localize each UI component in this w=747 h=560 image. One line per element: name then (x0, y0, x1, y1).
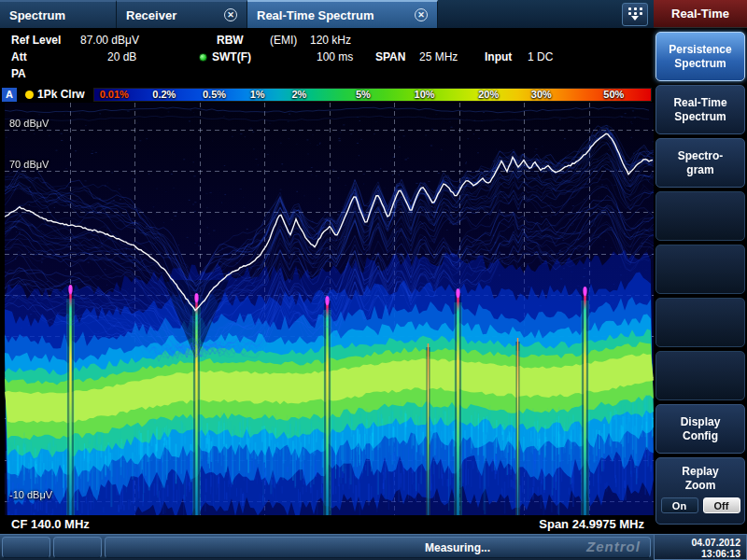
grid-dots-icon (634, 7, 637, 10)
rbw-value[interactable]: 120 kHz (310, 34, 351, 47)
rbw-label: RBW (217, 34, 244, 47)
window-a-label: A (2, 88, 17, 102)
scale-label: 50% (603, 89, 624, 100)
span-value[interactable]: 25 MHz (419, 50, 458, 63)
scale-label: 30% (531, 89, 552, 100)
softkey-blank (655, 298, 745, 347)
y-axis-label: -10 dBμV (9, 489, 52, 500)
display-grid-menu-button[interactable] (622, 3, 648, 26)
close-icon[interactable]: ✕ (224, 8, 237, 21)
ref-level-label: Ref Level (11, 34, 61, 47)
tab-label: Real-Time Spectrum (257, 8, 374, 22)
softkey-display-config[interactable]: Display Config (655, 404, 745, 454)
rbw-mode: (EMI) (270, 34, 297, 47)
softkey-replay-zoom[interactable]: Replay Zoom On Off (655, 457, 745, 525)
scale-label: 0.5% (203, 89, 226, 100)
span-label: SPAN (375, 50, 405, 63)
close-icon[interactable]: ✕ (415, 8, 428, 21)
scale-label: 10% (415, 89, 435, 100)
y-axis-label: 80 dBμV (9, 118, 49, 129)
tab-label: Spectrum (9, 8, 65, 22)
y-axis-label: 70 dBμV (9, 159, 49, 170)
frequency-bar: CF 140.0 MHz Span 24.9975 MHz (0, 515, 654, 534)
tab-receiver[interactable]: Receiver ✕ (117, 0, 247, 28)
softkey-blank (655, 245, 745, 294)
measuring-status: Measuring... (425, 541, 490, 554)
att-label: Att (11, 50, 27, 63)
input-value[interactable]: 1 DC (528, 50, 553, 63)
softkey-real-time-spectrum[interactable]: Real-Time Spectrum (655, 85, 745, 134)
date-value: 04.07.2012 (660, 537, 740, 548)
chevron-down-icon (631, 16, 639, 21)
center-frequency-value[interactable]: CF 140.0 MHz (11, 517, 90, 531)
menu-title: Real-Time (654, 0, 747, 28)
date-time-box: 04.07.2012 13:06:13 (654, 534, 747, 560)
trace-bar: A 1Pk Clrw 0.01% 0.2% 0.5% 1% 2% 5% 10% … (0, 86, 654, 103)
att-value[interactable]: 20 dB (107, 50, 136, 63)
statusbar-segment-2 (53, 537, 102, 558)
scale-label: 2% (291, 89, 306, 100)
watermark: Zentrol (586, 539, 641, 554)
preamp-label: PA (11, 67, 26, 80)
scale-label: 5% (356, 89, 371, 100)
softkey-blank (655, 351, 745, 400)
toggle-on-button[interactable]: On (661, 497, 698, 513)
swt-value[interactable]: 100 ms (317, 50, 353, 63)
tab-label: Receiver (126, 8, 176, 22)
detector-label: 1Pk Clrw (37, 88, 85, 101)
softkey-list: Persistence Spectrum Real-Time Spectrum … (655, 32, 745, 525)
span-readout-value[interactable]: Span 24.9975 MHz (539, 517, 644, 531)
scale-label: 0.2% (152, 89, 176, 100)
instrument-screen: Spectrum Receiver ✕ Real-Time Spectrum ✕… (0, 0, 747, 560)
trace-marker-icon (25, 91, 34, 99)
statusbar-segment-1 (2, 537, 50, 558)
persistence-color-scale: 0.01% 0.2% 0.5% 1% 2% 5% 10% 20% 30% 50% (93, 88, 652, 102)
status-bar: Measuring... (0, 534, 654, 560)
persistence-display: 80 dBμV 70 dBμV -10 dBμV (5, 103, 654, 515)
softkey-blank (655, 191, 745, 241)
scale-label: 20% (478, 89, 499, 100)
toggle-off-button[interactable]: Off (703, 497, 740, 513)
ref-level-value[interactable]: 87.00 dBμV (80, 34, 139, 47)
tab-spectrum[interactable]: Spectrum (0, 0, 117, 28)
softkey-persistence-spectrum[interactable]: Persistence Spectrum (655, 32, 745, 81)
tab-real-time-spectrum[interactable]: Real-Time Spectrum ✕ (247, 0, 438, 28)
softkey-menu: Real-Time Persistence Spectrum Real-Time… (654, 0, 747, 534)
scale-label: 0.01% (100, 89, 129, 100)
statusbar-segment-3 (105, 537, 651, 558)
tab-bar: Spectrum Receiver ✕ Real-Time Spectrum ✕ (0, 0, 654, 28)
softkey-spectrogram[interactable]: Spectro- gram (655, 138, 745, 188)
sweep-led-icon (199, 53, 207, 62)
input-label: Input (485, 50, 512, 63)
scale-label: 1% (250, 89, 265, 100)
settings-header: Ref Level 87.00 dBμV RBW (EMI) 120 kHz A… (0, 28, 654, 86)
persistence-canvas[interactable] (5, 103, 654, 515)
time-value: 13:06:13 (660, 548, 740, 559)
replay-zoom-toggle: On Off (661, 497, 740, 513)
swt-label: SWT(F) (212, 50, 251, 63)
